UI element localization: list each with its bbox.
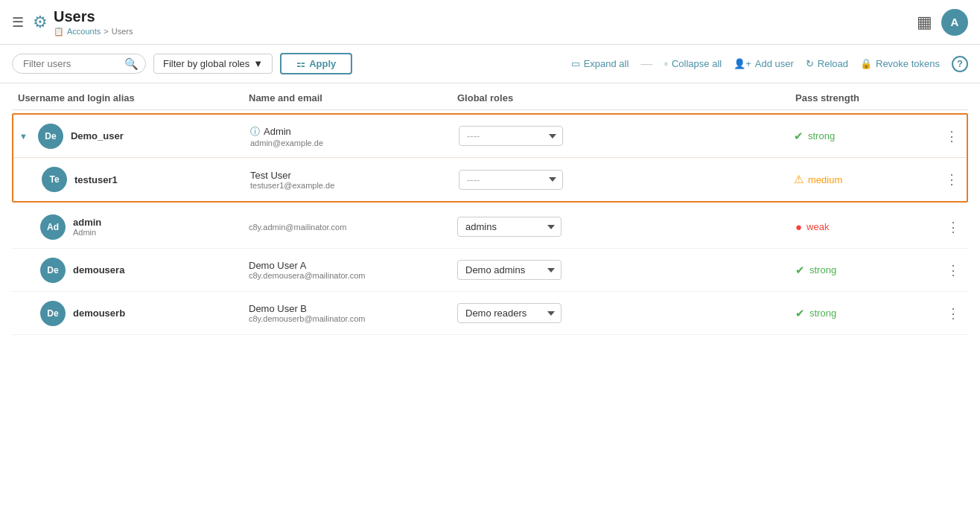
actions-cell: ⋮ (938, 262, 968, 278)
revoke-tokens-label: Revoke tokens (876, 58, 940, 69)
reload-button[interactable]: ↻ Reload (806, 58, 848, 69)
pass-cell: ✔ strong (789, 264, 938, 277)
username-block: admin Admin (73, 217, 101, 237)
more-actions-button[interactable]: ⋮ (946, 219, 960, 235)
email-line: c8y.demousera@mailinator.com (249, 271, 445, 280)
header-right: ▦ A (917, 9, 968, 36)
filter-funnel-icon: ⚏ (296, 58, 305, 69)
pass-strength-label: strong (808, 130, 835, 141)
pass-check-icon: ✔ (795, 307, 805, 320)
col-name: Name and email (243, 92, 451, 103)
breadcrumb-sep: > (104, 27, 108, 36)
full-name: Admin (264, 126, 291, 137)
breadcrumb-users: Users (112, 27, 133, 36)
table-row: De demousera Demo User A c8y.demousera@m… (12, 249, 968, 292)
toolbar-divider-1: — (640, 57, 652, 71)
page-title: Users (54, 8, 917, 25)
reload-icon: ↻ (806, 58, 814, 69)
table-row: Te testuser1 Test User testuser1@example… (13, 158, 967, 201)
expand-button[interactable]: ▼ (19, 132, 28, 141)
pass-strength-label: strong (809, 264, 836, 275)
more-actions-button[interactable]: ⋮ (946, 305, 960, 322)
user-identity: De demouserb (12, 301, 243, 326)
add-user-label: Add user (755, 58, 794, 69)
role-cell: Demo readers ---- admins Demo admins (451, 303, 789, 323)
apply-button[interactable]: ⚏ Apply (280, 53, 352, 74)
role-select[interactable]: Demo readers ---- admins Demo admins (457, 303, 561, 323)
more-actions-button[interactable]: ⋮ (945, 128, 958, 144)
user-name-email: Test User testuser1@example.de (244, 170, 453, 190)
role-select[interactable]: ---- admins Demo admins Demo readers (459, 126, 563, 146)
user-name-email: Demo User A c8y.demousera@mailinator.com (243, 260, 451, 280)
pass-cell: ⚠ medium (788, 173, 937, 186)
collapse-all-label: Collapse all (672, 58, 722, 69)
avatar: Te (42, 167, 67, 192)
help-button[interactable]: ? (952, 56, 968, 72)
info-icon[interactable]: ⓘ (250, 125, 260, 138)
name-line: Demo User B (249, 303, 445, 314)
user-identity: Te testuser1 (13, 167, 244, 192)
pass-check-icon: ✔ (795, 264, 805, 277)
top-header: ☰ ⚙ Users 📋 Accounts > Users ▦ A (0, 0, 980, 45)
role-select[interactable]: Demo admins ---- admins Demo readers (457, 260, 561, 280)
expand-all-icon: ▭ (571, 58, 580, 69)
role-cell: admins ---- Demo admins Demo readers (451, 217, 789, 237)
email-line: c8y.admin@mailinator.com (249, 223, 445, 232)
username-label: admin (73, 217, 101, 228)
name-line: Test User (250, 170, 447, 181)
pass-error-icon: ● (795, 220, 802, 233)
breadcrumb-icon: 📋 (54, 27, 64, 36)
name-line: ⓘ Admin (250, 125, 447, 138)
email-line: testuser1@example.de (250, 181, 447, 190)
user-name-email: c8y.admin@mailinator.com (243, 223, 451, 232)
user-identity: De demousera (12, 258, 243, 283)
table-header: Username and login alias Name and email … (12, 83, 968, 110)
table-container: Username and login alias Name and email … (0, 83, 980, 335)
menu-icon[interactable]: ☰ (12, 14, 24, 31)
revoke-tokens-icon: 🔒 (860, 58, 872, 69)
role-cell: Demo admins ---- admins Demo readers (451, 260, 789, 280)
pass-strength-label: strong (809, 308, 836, 319)
toolbar-right: ▭ Expand all — ▫ Collapse all 👤+ Add use… (571, 56, 968, 72)
toolbar: 🔍 Filter by global roles ▼ ⚏ Apply ▭ Exp… (0, 45, 980, 83)
email-line: admin@example.de (250, 138, 447, 147)
pass-warn-icon: ⚠ (794, 173, 804, 186)
username-label: Demo_user (71, 130, 124, 141)
expand-all-button[interactable]: ▭ Expand all (571, 58, 629, 69)
demo-user-group: ▼ De Demo_user ⓘ Admin admin@example.de … (12, 113, 968, 203)
more-actions-button[interactable]: ⋮ (946, 262, 960, 278)
sub-label: Admin (73, 228, 101, 237)
revoke-tokens-button[interactable]: 🔒 Revoke tokens (860, 58, 940, 69)
role-select[interactable]: admins ---- Demo admins Demo readers (457, 217, 561, 237)
more-actions-button[interactable]: ⋮ (945, 171, 958, 188)
user-name-email: Demo User B c8y.demouserb@mailinator.com (243, 303, 451, 323)
actions-cell: ⋮ (938, 305, 968, 322)
user-name-email: ⓘ Admin admin@example.de (244, 125, 453, 147)
username-label: demousera (73, 264, 124, 275)
username-label: demouserb (73, 308, 125, 319)
name-line: Demo User A (249, 260, 445, 271)
col-username: Username and login alias (12, 92, 243, 103)
add-user-button[interactable]: 👤+ Add user (734, 58, 794, 69)
page-title-block: Users 📋 Accounts > Users (54, 8, 917, 36)
username-label: testuser1 (74, 174, 118, 185)
table-row: Ad admin Admin c8y.admin@mailinator.com … (12, 206, 968, 249)
pass-strength-label: medium (808, 174, 842, 185)
filter-dropdown-icon: ▼ (253, 58, 263, 69)
avatar: Ad (40, 214, 66, 240)
breadcrumb-accounts[interactable]: Accounts (67, 27, 101, 36)
collapse-all-button[interactable]: ▫ Collapse all (664, 58, 722, 69)
avatar[interactable]: A (941, 9, 968, 36)
role-cell: ---- admins Demo admins Demo readers (453, 126, 788, 146)
filter-input-wrap: 🔍 (12, 54, 146, 74)
filter-global-roles-button[interactable]: Filter by global roles ▼ (153, 54, 273, 74)
gear-icon: ⚙ (33, 13, 48, 32)
table-row: De demouserb Demo User B c8y.demouserb@m… (12, 292, 968, 335)
grid-icon[interactable]: ▦ (917, 13, 932, 32)
pass-check-icon: ✔ (794, 130, 804, 143)
reload-label: Reload (818, 58, 848, 69)
avatar: De (38, 124, 63, 149)
role-select[interactable]: ---- admins Demo admins Demo readers (459, 170, 563, 190)
pass-cell: ● weak (789, 220, 938, 233)
col-actions (938, 92, 968, 103)
